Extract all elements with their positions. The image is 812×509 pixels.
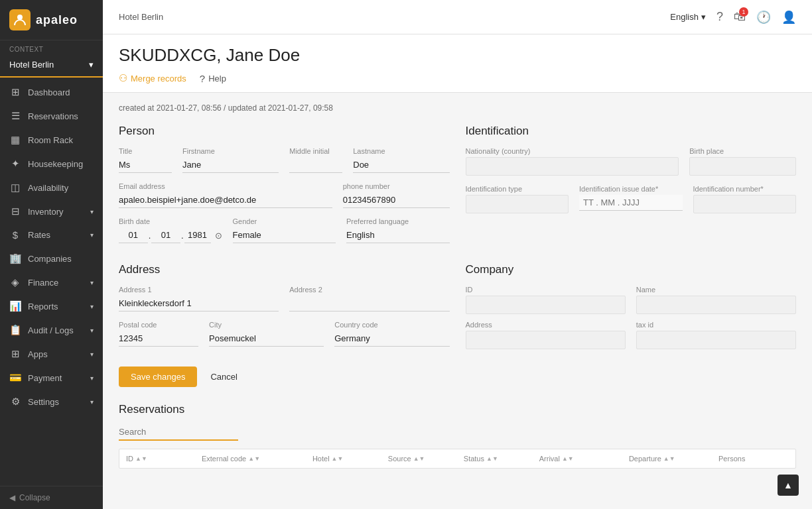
birth-place-input[interactable] bbox=[689, 157, 796, 176]
finance-icon: ◈ bbox=[9, 276, 21, 288]
email-label: Email address bbox=[119, 182, 332, 190]
language-selector[interactable]: English ▾ bbox=[670, 12, 706, 22]
language-chevron-icon: ▾ bbox=[701, 12, 706, 22]
user-icon[interactable]: 👤 bbox=[781, 10, 796, 25]
page-title: SKUDDXCG, Jane Doe bbox=[119, 45, 796, 66]
birth-date-year[interactable] bbox=[184, 227, 211, 243]
hotel-name: Hotel Berlin bbox=[9, 60, 54, 70]
merge-records-link[interactable]: ⚇ Merge records bbox=[119, 72, 186, 84]
action-buttons: Save changes Cancel bbox=[119, 367, 796, 387]
middle-initial-input[interactable] bbox=[289, 157, 342, 173]
address2-input[interactable] bbox=[289, 296, 449, 311]
sort-icon: ▲▼ bbox=[562, 455, 574, 462]
rates-icon: $ bbox=[9, 229, 21, 241]
sidebar-item-room-rack[interactable]: ▦ Room Rack bbox=[0, 128, 103, 152]
housekeeping-icon: ✦ bbox=[9, 158, 21, 170]
sidebar-item-label: Room Rack bbox=[28, 135, 73, 145]
address1-input[interactable] bbox=[119, 296, 279, 311]
sidebar-item-companies[interactable]: 🏢 Companies bbox=[0, 247, 103, 270]
th-id[interactable]: ID ▲▼ bbox=[126, 455, 196, 463]
topbar: Hotel Berlin English ▾ ? 🛍 1 🕐 👤 bbox=[103, 0, 812, 34]
scroll-top-button[interactable]: ▲ bbox=[778, 475, 799, 496]
company-name-input[interactable] bbox=[636, 296, 796, 314]
middle-initial-field: Middle initial bbox=[289, 147, 342, 173]
th-status[interactable]: Status ▲▼ bbox=[464, 455, 534, 463]
company-address-input[interactable] bbox=[466, 331, 626, 349]
sidebar-item-housekeeping[interactable]: ✦ Housekeeping bbox=[0, 152, 103, 176]
th-id-label: ID bbox=[126, 455, 133, 463]
th-external-code[interactable]: External code ▲▼ bbox=[202, 455, 307, 463]
th-source[interactable]: Source ▲▼ bbox=[388, 455, 458, 463]
clock-icon[interactable]: 🕐 bbox=[756, 10, 771, 25]
city-field: City bbox=[209, 321, 324, 347]
th-arrival[interactable]: Arrival ▲▼ bbox=[539, 455, 624, 463]
firstname-label: Firstname bbox=[182, 147, 279, 155]
chevron-down-icon: ▾ bbox=[90, 398, 94, 406]
identification-section-title: Identification bbox=[466, 125, 797, 138]
gender-input[interactable] bbox=[233, 227, 336, 243]
id-type-input[interactable] bbox=[466, 195, 569, 213]
chevron-down-icon: ▾ bbox=[90, 231, 94, 239]
preferred-language-field: Preferred language bbox=[346, 217, 450, 243]
sidebar-item-rates[interactable]: $ Rates ▾ bbox=[0, 223, 103, 247]
save-button[interactable]: Save changes bbox=[119, 367, 197, 387]
language-label: English bbox=[670, 12, 699, 22]
lastname-input[interactable] bbox=[353, 157, 449, 173]
help-icon[interactable]: ? bbox=[716, 10, 723, 24]
sidebar-item-reports[interactable]: 📊 Reports ▾ bbox=[0, 294, 103, 318]
email-input[interactable] bbox=[119, 192, 332, 208]
address-section: Address Address 1 Address 2 bbox=[119, 263, 450, 356]
title-input[interactable] bbox=[119, 157, 172, 173]
id-number-field: Identification number* bbox=[693, 185, 797, 213]
search-input[interactable] bbox=[119, 424, 238, 441]
sidebar-item-apps[interactable]: ⊞ Apps ▾ bbox=[0, 342, 103, 366]
sort-icon: ▲▼ bbox=[413, 455, 425, 462]
city-input[interactable] bbox=[209, 331, 324, 347]
help-link[interactable]: ? Help bbox=[200, 73, 226, 84]
th-arrival-label: Arrival bbox=[539, 455, 560, 463]
help-circle-icon: ? bbox=[200, 73, 205, 84]
chevron-down-icon: ▾ bbox=[90, 303, 94, 310]
sidebar-item-payment[interactable]: 💳 Payment ▾ bbox=[0, 366, 103, 390]
country-code-field: Country code bbox=[334, 321, 449, 347]
preferred-language-input[interactable] bbox=[346, 227, 450, 243]
company-id-label: ID bbox=[466, 286, 626, 294]
company-id-field: ID bbox=[466, 286, 626, 314]
company-name-field: Name bbox=[636, 286, 796, 314]
hotel-selector[interactable]: Hotel Berlin ▾ bbox=[0, 56, 103, 78]
sidebar-item-reservations[interactable]: ☰ Reservations bbox=[0, 104, 103, 128]
sidebar-item-label: Availability bbox=[28, 183, 68, 193]
sidebar-item-settings[interactable]: ⚙ Settings ▾ bbox=[0, 390, 103, 414]
person-section: Person Title Firstname Middle initial bbox=[119, 125, 450, 253]
th-persons[interactable]: Persons bbox=[718, 455, 789, 463]
main-content: Hotel Berlin English ▾ ? 🛍 1 🕐 👤 SKUDDXC… bbox=[103, 0, 812, 509]
collapse-button[interactable]: ◀ Collapse bbox=[0, 486, 103, 509]
birth-date-month[interactable] bbox=[151, 227, 180, 243]
sort-icon: ▲▼ bbox=[332, 455, 344, 462]
sort-icon: ▲▼ bbox=[486, 455, 498, 462]
birth-date-day[interactable] bbox=[119, 227, 148, 243]
firstname-input[interactable] bbox=[182, 157, 279, 173]
firstname-field: Firstname bbox=[182, 147, 279, 173]
company-tax-id-input[interactable] bbox=[636, 331, 796, 349]
sidebar-item-audit-logs[interactable]: 📋 Audit / Logs ▾ bbox=[0, 318, 103, 342]
postal-code-input[interactable] bbox=[119, 331, 198, 347]
th-departure[interactable]: Departure ▲▼ bbox=[629, 455, 713, 463]
company-id-input[interactable] bbox=[466, 296, 626, 314]
country-code-input[interactable] bbox=[334, 331, 449, 347]
id-number-input[interactable] bbox=[693, 195, 797, 213]
cancel-button[interactable]: Cancel bbox=[202, 367, 245, 387]
sidebar-item-availability[interactable]: ◫ Availability bbox=[0, 176, 103, 199]
th-hotel[interactable]: Hotel ▲▼ bbox=[312, 455, 383, 463]
id-issue-date-input[interactable] bbox=[579, 195, 683, 211]
context-label: Context bbox=[0, 40, 103, 56]
sidebar-item-inventory[interactable]: ⊟ Inventory ▾ bbox=[0, 199, 103, 223]
sidebar-item-dashboard[interactable]: ⊞ Dashboard bbox=[0, 80, 103, 104]
nationality-input[interactable] bbox=[466, 157, 679, 176]
sidebar-item-finance[interactable]: ◈ Finance ▾ bbox=[0, 270, 103, 294]
notifications-icon[interactable]: 🛍 1 bbox=[734, 10, 746, 24]
address1-label: Address 1 bbox=[119, 286, 279, 294]
phone-input[interactable] bbox=[343, 192, 450, 208]
reservations-icon: ☰ bbox=[9, 110, 21, 122]
birth-date-field: Birth date . . ⊙ bbox=[119, 217, 222, 243]
